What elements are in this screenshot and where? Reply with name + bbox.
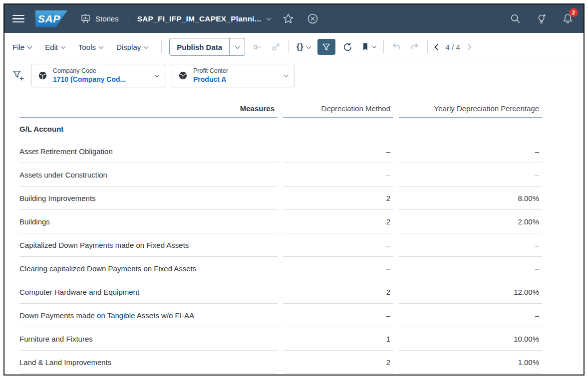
- favorite-star-icon[interactable]: [283, 13, 294, 24]
- table-row: Capitalized Down Payments made on Fixed …: [19, 233, 584, 257]
- previous-page-button[interactable]: [435, 45, 440, 49]
- menu-display[interactable]: Display: [116, 43, 148, 51]
- depreciation-method-cell[interactable]: 2: [283, 351, 393, 374]
- sap-logo: SAP: [35, 10, 67, 27]
- yearly-depreciation-percentage-cell[interactable]: –: [399, 304, 542, 327]
- table-row: Buildings 2 2.00%: [19, 210, 584, 233]
- row-label-cell[interactable]: Assets under Construction: [19, 163, 278, 187]
- menu-edit-label: Edit: [45, 43, 58, 51]
- table-row: Asset Retirement Obligation – –: [19, 140, 584, 163]
- menu-tools-label: Tools: [78, 43, 96, 51]
- braces-label: {}: [296, 42, 303, 51]
- insights-lightbulb-icon[interactable]: [536, 13, 547, 24]
- column-header-depreciation-method[interactable]: Depreciation Method: [283, 96, 393, 118]
- notifications-bell-icon[interactable]: 2: [562, 13, 574, 24]
- column-header-measures[interactable]: Measures: [19, 96, 278, 118]
- table-dimension-row: G/L Account: [19, 118, 584, 140]
- publish-data-label: Publish Data: [170, 38, 229, 55]
- row-label-cell[interactable]: Building Improvements: [19, 187, 278, 210]
- stories-presentation-icon: [80, 13, 91, 24]
- yearly-depreciation-percentage-cell[interactable]: –: [399, 233, 542, 257]
- toolbar-divider: [383, 40, 384, 53]
- filter-dimension-label: Company Code: [53, 67, 126, 75]
- toolbar-divider: [427, 40, 428, 53]
- yearly-depreciation-percentage-cell[interactable]: 1.00%: [399, 351, 542, 374]
- publish-data-button[interactable]: Publish Data: [169, 38, 245, 56]
- yearly-depreciation-percentage-cell[interactable]: –: [399, 257, 542, 280]
- yearly-depreciation-percentage-cell[interactable]: 12.00%: [399, 280, 542, 304]
- menu-tools[interactable]: Tools: [78, 43, 103, 51]
- filter-chip-company-code[interactable]: Company Code 1710 (Company Cod...: [31, 64, 165, 87]
- yearly-depreciation-percentage-cell[interactable]: 8.00%: [399, 187, 542, 210]
- filter-value: Product A: [193, 75, 228, 84]
- depreciation-method-cell[interactable]: 2: [283, 280, 393, 304]
- empty-cell: [283, 118, 393, 140]
- yearly-depreciation-percentage-cell[interactable]: –: [399, 140, 542, 163]
- refresh-icon[interactable]: [342, 42, 353, 52]
- story-title-dropdown[interactable]: [267, 17, 271, 20]
- row-label-cell[interactable]: Furniture and Fixtures: [19, 327, 278, 351]
- story-filter-bar: Company Code 1710 (Company Cod... Profit…: [4, 61, 584, 90]
- table-row: Assets under Construction – –: [19, 163, 584, 187]
- filter-toggle-button[interactable]: [317, 39, 335, 55]
- hamburger-menu-icon[interactable]: [12, 15, 24, 23]
- depreciation-method-cell[interactable]: 2: [283, 187, 393, 210]
- table-row: Computer Hardware and Equipment 2 12.00%: [19, 280, 584, 304]
- yearly-depreciation-percentage-cell[interactable]: –: [399, 163, 542, 187]
- depreciation-method-cell[interactable]: 2: [283, 210, 393, 233]
- table-row: Land & Land Improvements 2 1.00%: [19, 351, 584, 374]
- search-icon[interactable]: [510, 13, 521, 24]
- story-toolbar: File Edit Tools Display Publish Data: [4, 33, 584, 61]
- stories-app-switcher[interactable]: Stories: [80, 13, 119, 24]
- add-filter-icon[interactable]: [11, 69, 25, 82]
- menu-file-label: File: [12, 43, 24, 51]
- toolbar-divider: [161, 40, 162, 53]
- column-header-yearly-depreciation-percentage[interactable]: Yearly Depreciation Percentage: [399, 96, 542, 118]
- depreciation-method-cell[interactable]: –: [283, 304, 393, 327]
- row-label-cell[interactable]: Buildings: [19, 210, 278, 233]
- dimension-icon: [38, 71, 47, 80]
- page-indicator: 4 / 4: [446, 43, 460, 51]
- yearly-depreciation-percentage-cell[interactable]: 2.00%: [399, 210, 542, 233]
- page-navigator: 4 / 4: [435, 43, 471, 51]
- menu-file[interactable]: File: [12, 43, 31, 51]
- row-label-cell[interactable]: Asset Retirement Obligation: [19, 140, 278, 163]
- shell-bar: SAP Stories SAP_FI_IFP_IM_CAPEX_Planni..…: [4, 4, 584, 33]
- row-label-cell[interactable]: Clearing capitalized Down Payments on Fi…: [19, 257, 278, 280]
- filter-value: 1710 (Company Cod...: [53, 75, 126, 84]
- chevron-down-icon[interactable]: [284, 72, 289, 77]
- menu-edit[interactable]: Edit: [45, 43, 65, 51]
- row-label-cell[interactable]: Land & Land Improvements: [19, 351, 278, 374]
- bookmark-icon: [360, 42, 370, 52]
- next-page-button[interactable]: [466, 45, 471, 49]
- pin-icon: [253, 42, 263, 52]
- publish-data-dropdown[interactable]: [230, 38, 245, 55]
- yearly-depreciation-percentage-cell[interactable]: 10.00%: [399, 327, 542, 351]
- depreciation-method-cell[interactable]: –: [283, 140, 393, 163]
- table-row: Down Payments made on Tangible Assets w/…: [19, 304, 584, 327]
- menu-display-label: Display: [116, 43, 141, 51]
- redo-icon: [409, 42, 420, 52]
- story-title: SAP_FI_IFP_IM_CAPEX_Planni...: [137, 14, 262, 23]
- table-row: Clearing capitalized Down Payments on Fi…: [19, 257, 584, 280]
- row-label-cell[interactable]: Down Payments made on Tangible Assets w/…: [19, 304, 278, 327]
- filter-dimension-label: Profit Center: [193, 67, 228, 75]
- table-row: Furniture and Fixtures 1 10.00%: [19, 327, 584, 351]
- application-window: SAP Stories SAP_FI_IFP_IM_CAPEX_Planni..…: [3, 3, 585, 376]
- depreciation-method-cell[interactable]: –: [283, 233, 393, 257]
- close-story-icon[interactable]: [307, 13, 318, 24]
- depreciation-method-cell[interactable]: –: [283, 257, 393, 280]
- bookmark-menu[interactable]: [360, 42, 376, 52]
- dimension-icon: [178, 71, 188, 80]
- empty-cell: [399, 118, 542, 140]
- filter-chip-profit-center[interactable]: Profit Center Product A: [172, 64, 294, 87]
- row-label-cell[interactable]: Capitalized Down Payments made on Fixed …: [19, 233, 278, 257]
- dimension-title-gl-account[interactable]: G/L Account: [19, 118, 278, 140]
- chevron-down-icon[interactable]: [155, 72, 160, 77]
- depreciation-method-cell[interactable]: 1: [283, 327, 393, 351]
- formula-braces-menu[interactable]: {}: [296, 42, 310, 51]
- depreciation-method-cell[interactable]: –: [283, 163, 393, 187]
- stories-label: Stories: [95, 14, 119, 23]
- row-label-cell[interactable]: Computer Hardware and Equipment: [19, 280, 278, 304]
- table-body: Asset Retirement Obligation – – Assets u…: [19, 140, 584, 374]
